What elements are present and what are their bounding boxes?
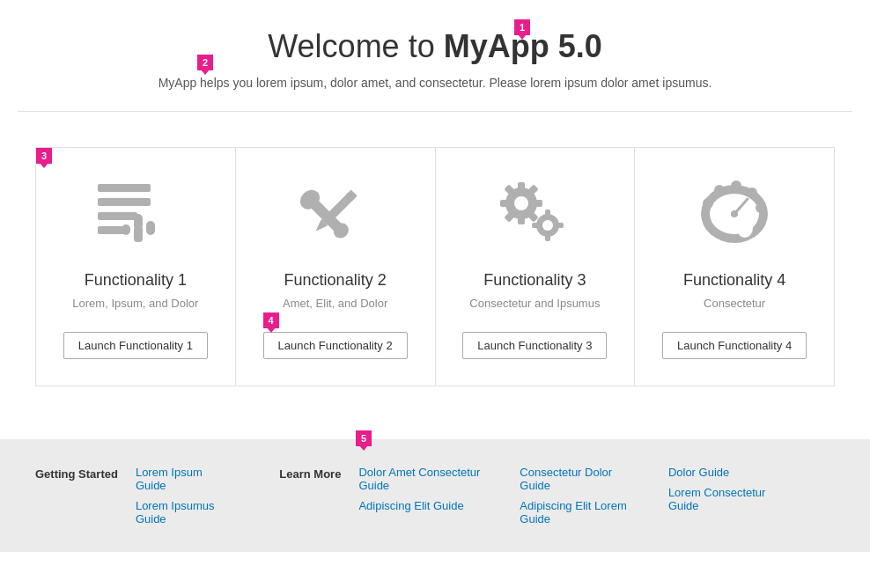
card-2-desc: Amet, Elit, and Dolor <box>283 297 387 314</box>
svg-point-33 <box>714 185 725 195</box>
badge-5: 5 <box>356 430 372 446</box>
badge-3: 3 <box>36 148 52 164</box>
card-1-icon <box>92 174 180 254</box>
card-1-desc: Lorem, Ipsum, and Dolor <box>72 297 198 314</box>
svg-rect-0 <box>98 184 151 192</box>
launch-functionality-3-button[interactable]: Launch Functionality 3 <box>462 332 607 359</box>
main-content: 3 <box>0 112 870 439</box>
footer-learn-more: Learn More Dolor Amet Consectetur Guide … <box>279 466 782 526</box>
card-3-icon <box>490 174 579 254</box>
svg-rect-2 <box>98 212 137 220</box>
card-2-title: Functionality 2 <box>284 271 387 290</box>
footer-link-dolor-amet[interactable]: Dolor Amet Consectetur Guide <box>358 466 493 492</box>
footer-col-2: Consectetur Dolor Guide Adipiscing Elit … <box>520 466 642 526</box>
footer-col-1: Dolor Amet Consectetur Guide Adipiscing … <box>358 466 493 526</box>
svg-rect-5 <box>134 214 143 230</box>
launch-functionality-2-button[interactable]: Launch Functionality 2 <box>263 332 408 359</box>
svg-rect-27 <box>545 234 550 241</box>
svg-rect-6 <box>146 221 155 235</box>
footer-link-lorem-ipsum-guide[interactable]: Lorem Ipsum Guide <box>136 466 226 492</box>
card-2: 4 Functio <box>236 148 436 386</box>
card-4-title: Functionality 4 <box>683 271 785 290</box>
svg-rect-16 <box>518 182 525 191</box>
card-4-icon <box>690 174 778 254</box>
footer-getting-started-links: Lorem Ipsum Guide Lorem Ipsumus Guide <box>136 466 226 526</box>
footer-col-3: Dolor Guide Lorem Consectetur Guide <box>668 466 782 526</box>
card-3: Functionality 3 Consectetur and Ipsumus … <box>436 148 636 386</box>
footer-link-dolor-guide[interactable]: Dolor Guide <box>668 466 782 479</box>
svg-point-39 <box>731 210 738 217</box>
footer-getting-started-title: Getting Started <box>35 466 118 481</box>
svg-rect-29 <box>532 223 539 228</box>
svg-point-25 <box>542 220 553 231</box>
page-description: MyApp helps you lorem ipsum, dolor amet,… <box>18 76 852 90</box>
card-4-desc: Consectetur <box>704 297 765 314</box>
title-prefix: Welcome to <box>268 28 443 64</box>
page-title: Welcome to MyApp 5.0 <box>18 28 852 65</box>
launch-functionality-4-button[interactable]: Launch Functionality 4 <box>662 332 807 359</box>
card-3-desc: Consectetur and Ipsumus <box>469 297 600 314</box>
page-header: 1 2 Welcome to MyApp 5.0 MyApp helps you… <box>0 0 870 111</box>
footer-link-lorem-ipsumus-guide[interactable]: Lorem Ipsumus Guide <box>136 499 226 526</box>
svg-rect-3 <box>98 226 124 234</box>
svg-rect-19 <box>500 200 509 207</box>
svg-point-36 <box>756 202 766 213</box>
card-1-title: Functionality 1 <box>85 271 187 290</box>
badge-2: 2 <box>197 55 213 70</box>
svg-rect-28 <box>557 223 564 228</box>
footer-getting-started: Getting Started Lorem Ipsum Guide Lorem … <box>35 466 226 526</box>
footer-link-adipiscing-elit[interactable]: Adipiscing Elit Guide <box>358 499 493 512</box>
svg-point-34 <box>731 180 741 191</box>
launch-functionality-1-button[interactable]: Launch Functionality 1 <box>63 332 208 359</box>
svg-point-35 <box>747 187 757 198</box>
footer: 5 Getting Started Lorem Ipsum Guide Lore… <box>0 439 870 552</box>
footer-learn-more-links: Dolor Amet Consectetur Guide Adipiscing … <box>358 466 782 526</box>
footer-link-consectetur-dolor[interactable]: Consectetur Dolor Guide <box>520 466 642 492</box>
svg-rect-26 <box>545 209 550 217</box>
svg-point-15 <box>514 196 528 210</box>
footer-link-adipiscing-elit-lorem[interactable]: Adipiscing Elit Lorem Guide <box>520 499 642 526</box>
svg-rect-1 <box>98 198 151 206</box>
badge-4-btn: 4 <box>263 312 279 328</box>
badge-1: 1 <box>514 19 530 35</box>
card-2-icon <box>291 174 380 254</box>
card-1: 3 <box>36 148 236 386</box>
svg-point-32 <box>703 198 713 209</box>
footer-link-lorem-consectetur[interactable]: Lorem Consectetur Guide <box>668 486 782 512</box>
cards-grid: 3 <box>35 147 835 386</box>
svg-point-37 <box>737 218 753 238</box>
card-4: Functionality 4 Consectetur Launch Funct… <box>635 148 834 386</box>
card-3-title: Functionality 3 <box>483 271 586 290</box>
svg-rect-7 <box>122 224 130 235</box>
svg-rect-18 <box>534 200 542 207</box>
svg-rect-17 <box>518 216 525 224</box>
footer-learn-more-title: Learn More <box>279 466 341 481</box>
